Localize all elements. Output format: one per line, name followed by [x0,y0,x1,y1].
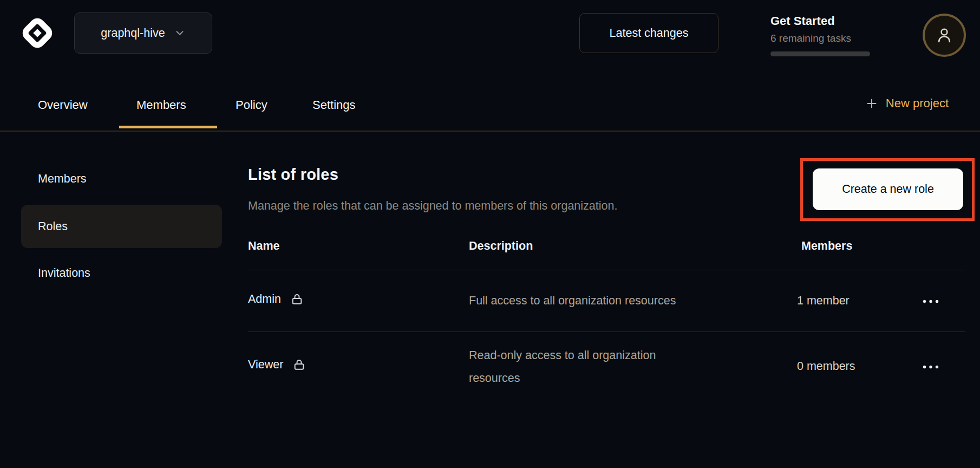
table-row-role-name: Viewer [248,358,306,372]
latest-changes-label: Latest changes [610,27,689,40]
hive-logo-icon [19,15,56,51]
tab-members[interactable]: Members [136,98,186,112]
get-started-subtitle: 6 remaining tasks [770,32,879,44]
new-project-label: New project [886,96,949,110]
tab-policy[interactable]: Policy [236,98,267,112]
page-description: Manage the roles that can be assigned to… [248,199,617,213]
lock-icon [290,292,304,306]
column-header-members: Members [801,239,852,253]
get-started-title: Get Started [770,14,879,28]
new-project-button[interactable]: New project [865,96,949,110]
role-members-count: 1 member [797,294,850,308]
active-tab-indicator [119,126,217,128]
role-name-label: Viewer [248,358,283,372]
tab-settings[interactable]: Settings [312,98,356,112]
page-title: List of roles [248,166,338,184]
sidebar-item-invitations[interactable]: Invitations [21,256,222,290]
table-divider [248,270,965,270]
table-divider [248,332,965,332]
app-root: graphql-hive Latest changes Get Started … [0,0,980,468]
tabs-divider [0,131,980,132]
plus-icon [865,96,879,110]
latest-changes-button[interactable]: Latest changes [579,13,718,53]
row-menu-button[interactable] [920,293,941,309]
avatar[interactable] [923,14,966,57]
lock-icon [292,358,306,372]
user-icon [934,25,955,46]
ellipsis-icon [922,299,939,304]
create-role-button[interactable]: Create a new role [813,168,963,210]
tab-overview[interactable]: Overview [38,98,88,112]
org-switcher[interactable]: graphql-hive [74,12,212,54]
sidebar-item-members[interactable]: Members [21,161,222,196]
role-name-label: Admin [248,292,281,306]
role-members-count: 0 members [797,360,855,373]
chevron-down-icon [174,27,186,39]
ellipsis-icon [922,365,939,369]
column-header-description: Description [469,239,533,253]
org-switcher-label: graphql-hive [101,27,165,40]
role-description: Full access to all organization resource… [469,294,676,308]
row-menu-button[interactable] [920,359,941,375]
column-header-name: Name [248,239,280,253]
get-started-widget[interactable]: Get Started 6 remaining tasks [770,14,879,56]
role-description: Read-only access to all organization res… [469,344,685,389]
table-row-role-name: Admin [248,292,304,306]
sidebar-item-roles[interactable]: Roles [21,205,222,248]
get-started-progress-bar [770,51,870,56]
